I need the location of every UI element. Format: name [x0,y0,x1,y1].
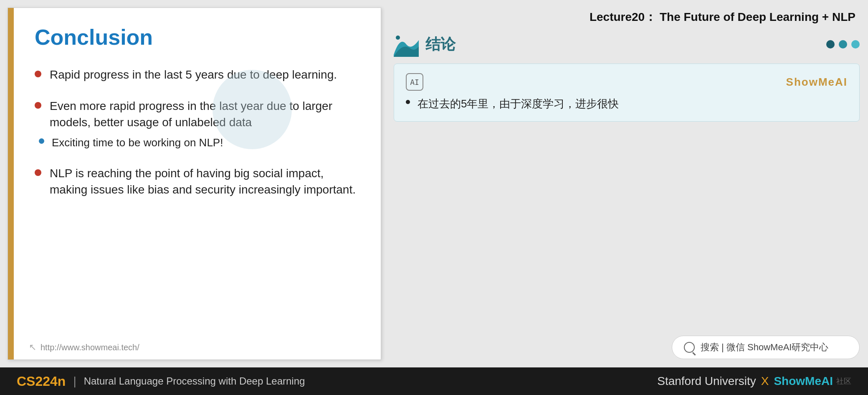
showmeai-brand-bottom: ShowMeAI [774,375,833,388]
translation-text-1: 在过去的5年里，由于深度学习，进步很快 [418,96,619,112]
sub-bullet: Exciting time to be working on NLP! [39,135,223,150]
bottom-right: Stanford University X ShowMeAI 社区 [657,375,851,388]
ai-label: AI [410,78,419,87]
main-content: Conclusion Rapid progress in the last 5 … [0,0,868,367]
list-item: Even more rapid progress in the last yea… [35,98,360,150]
nav-dots [826,40,860,48]
slide-left-bar [8,8,14,359]
bottom-bar: CS224n | Natural Language Processing wit… [0,367,868,395]
bottom-left: CS224n | Natural Language Processing wit… [17,374,305,389]
section-header: 结论 [394,32,860,57]
x-mark: X [761,375,769,388]
bullet-text-3: NLP is reaching the point of having big … [50,165,360,198]
course-desc: Natural Language Processing with Deep Le… [84,375,305,387]
translation-bullet: 在过去的5年里，由于深度学习，进步很快 [406,96,848,112]
bullet-text-2: Even more rapid progress in the last yea… [50,98,360,130]
translation-bullet-dot [406,100,410,104]
showmeai-brand: ShowMeAI [786,76,848,89]
sub-bullet-dot [39,138,44,144]
ai-badge: AI [406,73,423,91]
cursor-icon: ↖ [29,342,36,353]
svg-point-0 [396,36,400,40]
search-icon [684,342,695,353]
slide-footer: ↖ http://www.showmeai.tech/ [8,339,381,359]
search-input-box[interactable]: 搜索 | 微信 ShowMeAI研究中心 [672,336,860,359]
translation-card-header: AI ShowMeAI [406,73,848,91]
nav-dot-1 [826,40,835,48]
search-bar: 搜索 | 微信 ShowMeAI研究中心 [394,336,860,363]
slide-inner: Conclusion Rapid progress in the last 5 … [14,8,381,339]
stanford-university: Stanford University [657,375,756,388]
bullet-dot-red-2 [35,102,41,109]
search-text: 搜索 | 微信 ShowMeAI研究中心 [701,341,828,354]
watermark: 社区 [836,376,851,386]
translation-card: AI ShowMeAI 在过去的5年里，由于深度学习，进步很快 [394,64,860,122]
nav-dot-2 [839,40,847,48]
list-item: NLP is reaching the point of having big … [35,165,360,198]
nav-dot-3 [851,40,860,48]
bullet-text-1: Rapid progress in the last 5 years due t… [50,66,360,83]
footer-url: http://www.showmeai.tech/ [40,343,139,352]
list-item: Rapid progress in the last 5 years due t… [35,66,360,83]
course-code: CS224n [17,374,66,389]
sub-bullet-text: Exciting time to be working on NLP! [52,135,223,150]
wave-icon [394,32,419,57]
bullet-dot-red [35,71,41,77]
bottom-separator: | [73,375,76,388]
right-panel: Lecture20： The Future of Deep Learning +… [390,0,868,367]
section-title-cn: 结论 [425,34,456,55]
bullet-dot-red-3 [35,169,41,176]
lecture-title: Lecture20： The Future of Deep Learning +… [394,4,860,32]
slide-panel: Conclusion Rapid progress in the last 5 … [8,8,381,360]
bullet-list: Rapid progress in the last 5 years due t… [35,66,360,326]
slide-title: Conclusion [35,25,360,50]
